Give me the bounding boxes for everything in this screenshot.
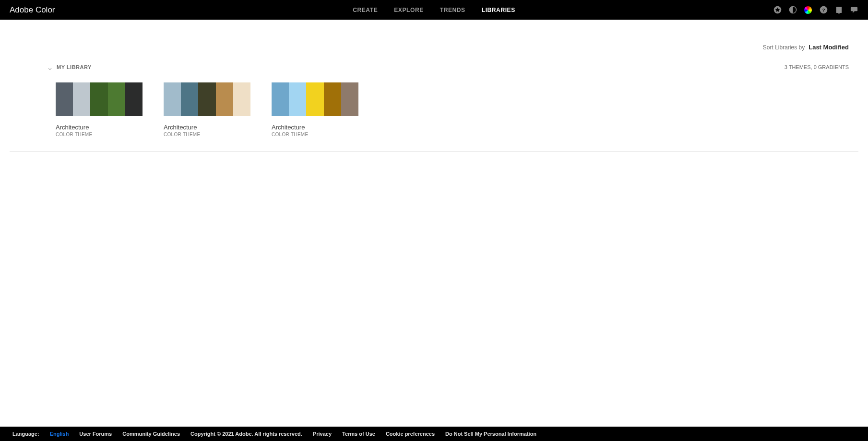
footer-link[interactable]: Privacy bbox=[313, 431, 332, 437]
nav-explore[interactable]: EXPLORE bbox=[394, 7, 424, 13]
star-icon[interactable] bbox=[773, 6, 782, 14]
footer-link[interactable]: Copyright © 2021 Adobe. All rights reser… bbox=[190, 431, 302, 437]
swatch bbox=[181, 82, 198, 116]
swatch bbox=[216, 82, 233, 116]
svg-text:?: ? bbox=[822, 7, 825, 12]
swatch bbox=[341, 82, 358, 116]
feedback-icon[interactable] bbox=[850, 6, 858, 14]
theme-card[interactable]: ArchitectureCOLOR THEME bbox=[272, 82, 358, 137]
theme-card[interactable]: ArchitectureCOLOR THEME bbox=[56, 82, 143, 137]
swatch bbox=[73, 82, 90, 116]
main-nav: CREATEEXPLORETRENDSLIBRARIES bbox=[353, 7, 515, 13]
theme-title: Architecture bbox=[272, 124, 358, 131]
library-name[interactable]: MY LIBRARY bbox=[57, 64, 92, 70]
color-wheel-icon[interactable] bbox=[804, 6, 812, 14]
swatch bbox=[272, 82, 289, 116]
chevron-down-icon[interactable] bbox=[47, 65, 54, 72]
theme-title: Architecture bbox=[56, 124, 143, 131]
theme-card[interactable]: ArchitectureCOLOR THEME bbox=[164, 82, 250, 137]
swatch bbox=[108, 82, 125, 116]
swatch bbox=[90, 82, 107, 116]
swatch bbox=[125, 82, 143, 116]
swatch bbox=[164, 82, 181, 116]
footer-links: User ForumsCommunity GuidelinesCopyright… bbox=[79, 431, 536, 437]
theme-title: Architecture bbox=[164, 124, 250, 131]
swatch bbox=[289, 82, 306, 116]
swatch bbox=[198, 82, 215, 116]
footer-link[interactable]: Cookie preferences bbox=[386, 431, 435, 437]
footer-link[interactable]: Community Guidelines bbox=[122, 431, 180, 437]
app-logo[interactable]: Adobe Color bbox=[10, 5, 55, 15]
top-navigation: Adobe Color CREATEEXPLORETRENDSLIBRARIES… bbox=[0, 0, 868, 20]
language-selector[interactable]: English bbox=[50, 431, 69, 437]
footer-link[interactable]: Terms of Use bbox=[342, 431, 375, 437]
footer: Language: English User ForumsCommunity G… bbox=[0, 427, 868, 441]
swatch-row bbox=[56, 82, 143, 116]
footer-link[interactable]: User Forums bbox=[79, 431, 112, 437]
theme-subtitle: COLOR THEME bbox=[56, 132, 143, 137]
sort-dropdown[interactable]: Last Modified bbox=[809, 44, 849, 51]
theme-subtitle: COLOR THEME bbox=[272, 132, 358, 137]
swatch-row bbox=[164, 82, 250, 116]
section-divider bbox=[10, 151, 858, 152]
nav-trends[interactable]: TRENDS bbox=[440, 7, 465, 13]
swatch bbox=[56, 82, 73, 116]
svg-rect-5 bbox=[838, 12, 840, 13]
footer-link[interactable]: Do Not Sell My Personal Information bbox=[445, 431, 536, 437]
theme-toggle-icon[interactable] bbox=[788, 6, 797, 14]
themes-grid: ArchitectureCOLOR THEMEArchitectureCOLOR… bbox=[10, 82, 858, 137]
nav-libraries[interactable]: LIBRARIES bbox=[482, 7, 515, 13]
swatch-row bbox=[272, 82, 358, 116]
notification-icon[interactable] bbox=[834, 6, 843, 14]
sort-label: Sort Libraries by bbox=[763, 44, 805, 51]
library-header: MY LIBRARY 3 THEMES, 0 GRADIENTS bbox=[10, 64, 858, 70]
topbar-actions: ? bbox=[773, 6, 858, 14]
main-content: Sort Libraries by Last Modified MY LIBRA… bbox=[0, 20, 868, 152]
nav-create[interactable]: CREATE bbox=[353, 7, 378, 13]
theme-subtitle: COLOR THEME bbox=[164, 132, 250, 137]
swatch bbox=[306, 82, 323, 116]
language-label: Language: bbox=[12, 431, 39, 437]
svg-rect-6 bbox=[851, 7, 857, 11]
swatch bbox=[324, 82, 341, 116]
swatch bbox=[233, 82, 250, 116]
library-meta: 3 THEMES, 0 GRADIENTS bbox=[785, 64, 849, 70]
help-icon[interactable]: ? bbox=[819, 6, 828, 14]
sort-control: Sort Libraries by Last Modified bbox=[10, 44, 858, 51]
